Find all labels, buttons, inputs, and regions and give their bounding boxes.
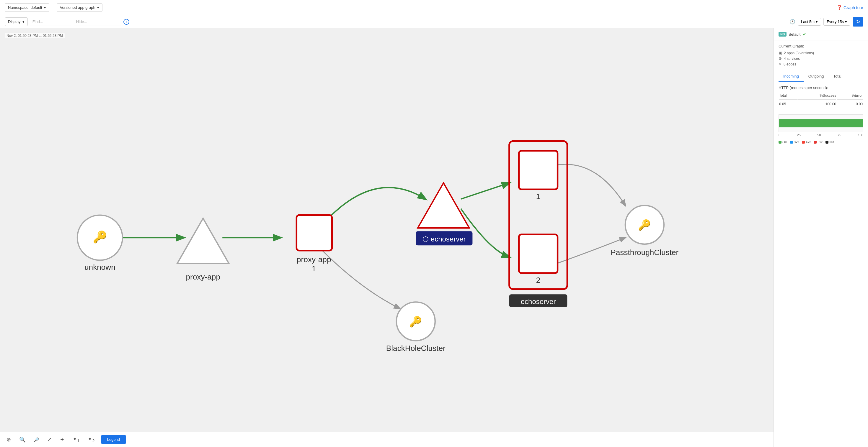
panel-header: NS default ✔ [774,28,868,40]
second-toolbar: Display ▾ i 🕐 Last 5m ▾ Every 15s ▾ ↻ [0,15,868,28]
find-input[interactable] [30,18,71,25]
col-error-header: %Error [837,94,863,100]
error-value: 0.00 [837,100,863,108]
legend-4xx: 4xx [802,140,811,144]
info-icon[interactable]: i [123,19,129,25]
echoserver-group-label: echoserver [521,298,556,306]
5xx-label: 5xx [817,140,823,144]
col-success-header: %Success [798,94,836,100]
node-echoserver-v1[interactable] [519,151,558,189]
5xx-dot [814,141,817,144]
refresh-interval-dropdown[interactable]: Every 15s ▾ [824,18,850,26]
tab-incoming-label: Incoming [783,74,799,78]
current-graph-section: Current Graph: ▣ 2 apps (3 versions) ⚙ 4… [774,40,868,71]
refresh-icon: ↻ [856,19,860,25]
second-bar-right: 🕐 Last 5m ▾ Every 15s ▾ ↻ [789,17,863,27]
refresh-interval-label: Every 15s [827,20,844,24]
x-axis-0: 0 [779,133,780,137]
graph-canvas: 🔑 unknown proxy-app proxy-app 1 ⬡ echose… [0,28,774,447]
time-range-dropdown[interactable]: Last 5m ▾ [798,18,821,26]
graph-type-dropdown[interactable]: Versioned app graph ▾ [57,3,102,12]
x-axis-75: 75 [838,133,841,137]
graph-type-label: Versioned app graph [60,5,95,10]
http-stats-row: 0.05 100.00 0.00 [779,100,863,108]
legend-5xx: 5xx [814,140,823,144]
zoom-in-button[interactable]: 🔎 [32,436,41,443]
legend-ok: OK [779,140,787,144]
edge-echoserver-v1 [461,183,509,199]
legend-3xx: 3xx [790,140,799,144]
hide-input[interactable] [74,18,121,25]
services-icon: ⚙ [779,56,782,61]
node-proxy-app[interactable] [177,218,229,264]
3xx-label: 3xx [794,140,799,144]
edges-icon: ✳ [779,62,782,66]
graph-stats: ▣ 2 apps (3 versions) ⚙ 4 services ✳ 8 e… [779,51,863,66]
graph-layout-2-button[interactable]: ✦2 [86,435,96,444]
4xx-label: 4xx [806,140,811,144]
http-stats-section: HTTP (requests per second): Total %Succe… [774,82,868,112]
display-dropdown[interactable]: Display ▾ [5,18,28,26]
legend-nr: NR [826,140,834,144]
ok-label: OK [782,140,787,144]
time-range-chevron-icon: ▾ [816,20,818,24]
layout-2-icon: ✦2 [88,436,94,442]
top-bar-right: ❓ Graph tour [836,5,863,10]
time-range-label: Last 5m [801,20,814,24]
graph-tour-label: Graph tour [843,5,863,10]
display-chevron-icon: ▾ [23,20,25,24]
4xx-dot [802,141,805,144]
tab-total-label: Total [833,74,841,78]
chart-x-axis: 0 25 50 75 100 [779,132,863,138]
node-echoserver[interactable] [418,183,469,228]
fullscreen-button[interactable]: ⤢ [45,435,54,444]
http-section-title: HTTP (requests per second): [779,85,863,90]
chart-bar-area [779,114,863,132]
svg-text:🔑: 🔑 [409,315,422,328]
services-stat-row: ⚙ 4 services [779,56,863,61]
tab-outgoing[interactable]: Outgoing [804,71,829,82]
node-echoserver-v2[interactable] [519,234,558,273]
graph-tour-link[interactable]: ❓ Graph tour [836,5,863,10]
success-value: 100.00 [798,100,836,108]
layout-1-icon: ✦1 [73,436,80,442]
refresh-button[interactable]: ↻ [852,17,863,27]
namespace-dropdown[interactable]: Namespace: default ▾ [5,3,49,12]
namespace-chevron-icon: ▾ [44,5,46,10]
total-value: 0.05 [779,100,797,108]
tab-total[interactable]: Total [829,71,846,82]
graph-area[interactable]: Nov 2, 01:50:23 PM ... 01:55:23 PM [0,28,774,447]
nr-label: NR [829,140,834,144]
x-axis-25: 25 [797,133,801,137]
x-axis-100: 100 [858,133,863,137]
node-blackhole-label: BlackHoleCluster [386,344,445,353]
top-toolbar: Namespace: default ▾ Versioned app graph… [0,0,868,15]
ns-badge: NS [779,32,786,37]
node-proxy-app-label: proxy-app [186,272,220,281]
chart-legend: OK 3xx 4xx 5xx NR [774,139,868,147]
tab-outgoing-label: Outgoing [808,74,824,78]
node-proxy-app-1[interactable] [297,215,332,251]
namespace-label: Namespace: default [8,5,42,10]
main-content: Nov 2, 01:50:23 PM ... 01:55:23 PM [0,28,868,447]
nr-dot [826,141,829,144]
node-passthrough-label: PassthroughCluster [611,248,678,257]
second-bar-left: Display ▾ i [5,18,129,26]
graph-layout-1-button[interactable]: ✦1 [71,435,81,444]
node-unknown-label: unknown [85,263,116,272]
history-icon: 🕐 [789,19,795,25]
legend-button[interactable]: Legend [101,435,126,444]
edges-stat-row: ✳ 8 edges [779,62,863,66]
ok-dot [779,141,781,144]
services-count: 4 services [784,57,800,61]
zoom-out-button[interactable]: 🔍 [18,435,27,444]
tab-incoming[interactable]: Incoming [779,71,804,82]
apps-icon: ▣ [779,51,782,55]
svg-text:⬡ echoserver: ⬡ echoserver [423,235,466,243]
right-panel: » Hide NS default ✔ Current Graph: ▣ 2 a… [774,28,868,447]
fit-screen-button[interactable]: ⊕ [5,435,13,444]
svg-text:🔑: 🔑 [638,219,651,231]
graph-layout-button[interactable]: ✦ [58,435,66,444]
refresh-interval-chevron-icon: ▾ [845,20,847,24]
node-proxy-app-1-sublabel: 1 [312,264,316,273]
